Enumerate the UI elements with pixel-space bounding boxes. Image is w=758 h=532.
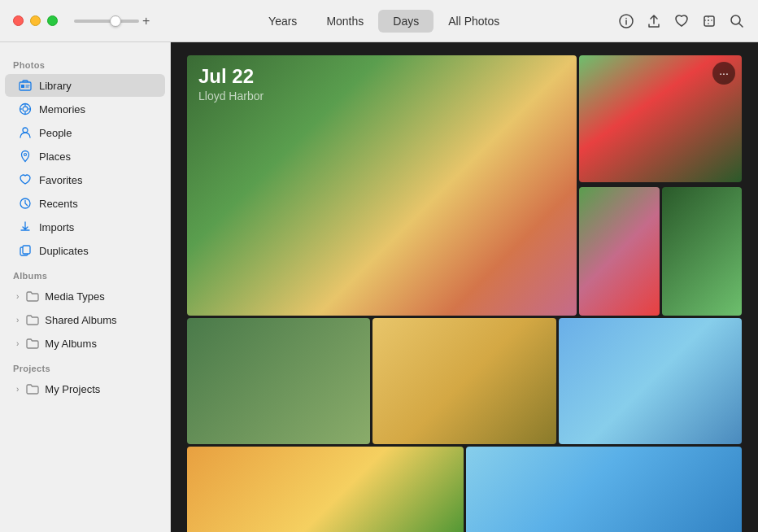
main-layout: Photos Library [0, 42, 758, 532]
svg-point-17 [24, 154, 27, 156]
sidebar-item-duplicates[interactable]: Duplicates [5, 239, 165, 262]
shared-albums-folder-icon [25, 312, 40, 327]
sidebar-section-photos: Photos [0, 52, 170, 73]
svg-line-5 [739, 24, 743, 27]
heart-icon[interactable] [673, 13, 690, 29]
minimize-button[interactable] [30, 15, 41, 26]
toolbar-icons [618, 13, 745, 29]
sidebar-item-my-albums-label: My Albums [45, 338, 97, 350]
places-icon [18, 149, 33, 164]
library-icon [18, 78, 33, 93]
sidebar-item-shared-albums[interactable]: › Shared Albums [5, 308, 165, 331]
sidebar-item-library-label: Library [39, 80, 72, 92]
sidebar-item-places-label: Places [39, 150, 71, 163]
tab-months[interactable]: Months [311, 10, 378, 33]
date-subtitle: Lloyd Harbor [198, 89, 264, 102]
top-right-photo[interactable]: ··· [579, 55, 742, 182]
bottom-right-photo-1[interactable] [579, 187, 660, 316]
sidebar-item-media-types[interactable]: › Media Types [5, 285, 165, 307]
rotate-icon[interactable] [701, 13, 717, 29]
svg-rect-7 [21, 85, 24, 88]
tab-years[interactable]: Years [254, 10, 311, 33]
nav-tabs: Years Months Days All Photos [150, 10, 618, 33]
tab-allphotos[interactable]: All Photos [433, 10, 514, 33]
chevron-right-icon: › [16, 292, 19, 301]
close-button[interactable] [13, 15, 24, 26]
tab-days[interactable]: Days [378, 10, 433, 33]
sidebar-section-albums: Albums [0, 263, 170, 284]
sidebar-item-places[interactable]: Places [5, 145, 165, 168]
sidebar-section-projects: Projects [0, 355, 170, 377]
recents-icon [18, 196, 33, 211]
sidebar-item-memories-label: Memories [39, 103, 85, 116]
mid-photo-1[interactable] [187, 318, 370, 444]
sidebar-item-people-label: People [39, 127, 72, 139]
zoom-thumb[interactable] [110, 15, 121, 27]
bottom-photo-2[interactable] [466, 447, 743, 532]
sidebar-item-duplicates-label: Duplicates [39, 245, 89, 257]
sidebar-item-media-types-label: Media Types [45, 290, 104, 303]
svg-rect-3 [704, 16, 714, 26]
sidebar-item-my-projects-label: My Projects [45, 383, 100, 395]
media-types-folder-icon [25, 289, 40, 303]
chevron-right-icon-2: › [16, 316, 19, 325]
sidebar-item-library[interactable]: Library [5, 74, 165, 97]
sidebar-item-shared-albums-label: Shared Albums [45, 314, 116, 326]
zoom-controls: + [74, 14, 150, 28]
favorites-icon [18, 172, 33, 187]
zoom-plus-icon[interactable]: + [142, 14, 150, 28]
share-icon[interactable] [646, 13, 662, 29]
chevron-right-icon-3: › [16, 339, 19, 348]
memories-icon [18, 102, 33, 116]
date-overlay: Jul 22 Lloyd Harbor [198, 65, 264, 102]
traffic-lights [13, 15, 58, 26]
sidebar-item-people[interactable]: People [5, 121, 165, 144]
svg-point-11 [23, 107, 28, 111]
title-bar: + Years Months Days All Photos [0, 0, 758, 42]
sidebar-item-my-projects[interactable]: › My Projects [5, 377, 165, 400]
maximize-button[interactable] [47, 15, 58, 26]
sidebar-item-imports-label: Imports [39, 221, 74, 233]
svg-point-16 [23, 128, 28, 133]
more-options-button[interactable]: ··· [712, 62, 735, 85]
sidebar-item-my-albums[interactable]: › My Albums [5, 332, 165, 355]
chevron-right-icon-4: › [16, 385, 19, 394]
svg-point-4 [731, 15, 740, 24]
photo-grid: Jul 22 Lloyd Harbor ··· [171, 42, 758, 532]
zoom-slider[interactable] [74, 20, 139, 23]
sidebar-item-memories[interactable]: Memories [5, 98, 165, 120]
date-title: Jul 22 [198, 65, 264, 88]
duplicates-icon [18, 243, 33, 258]
search-icon[interactable] [729, 13, 745, 29]
mid-photo-2[interactable] [372, 318, 555, 444]
mid-photo-3[interactable] [559, 318, 742, 444]
bottom-right-photo-2[interactable] [662, 187, 743, 316]
imports-icon [18, 220, 33, 234]
people-icon [18, 125, 33, 140]
sidebar-item-recents-label: Recents [39, 198, 78, 210]
info-icon[interactable] [618, 13, 634, 29]
svg-point-2 [625, 17, 627, 19]
bottom-photo-1[interactable] [187, 447, 464, 532]
svg-rect-20 [23, 246, 30, 254]
sidebar: Photos Library [0, 42, 171, 532]
sidebar-item-imports[interactable]: Imports [5, 216, 165, 238]
my-albums-folder-icon [25, 336, 40, 351]
sidebar-item-favorites-label: Favorites [39, 174, 82, 186]
sidebar-item-favorites[interactable]: Favorites [5, 168, 165, 191]
sidebar-item-recents[interactable]: Recents [5, 192, 165, 215]
my-projects-folder-icon [25, 382, 40, 396]
